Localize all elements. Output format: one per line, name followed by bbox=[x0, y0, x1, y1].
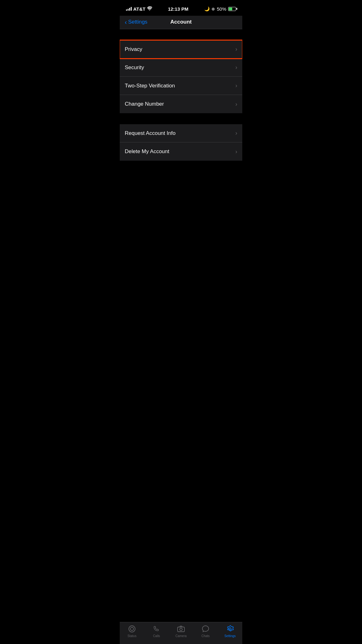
chevron-right-icon: › bbox=[235, 82, 237, 89]
menu-item-privacy-label: Privacy bbox=[125, 46, 142, 53]
battery-icon bbox=[228, 7, 236, 11]
moon-icon: 🌙 bbox=[204, 6, 210, 11]
menu-item-change-number[interactable]: Change Number › bbox=[120, 95, 242, 113]
time-label: 12:13 PM bbox=[168, 6, 188, 12]
page-title: Account bbox=[170, 19, 192, 25]
lock-rotate-icon: ⊕ bbox=[211, 7, 215, 11]
chevron-right-icon: › bbox=[235, 64, 237, 71]
menu-item-delete-account[interactable]: Delete My Account › bbox=[120, 142, 242, 161]
menu-item-security[interactable]: Security › bbox=[120, 58, 242, 77]
menu-item-two-step-label: Two-Step Verification bbox=[125, 83, 175, 89]
menu-item-privacy[interactable]: Privacy › bbox=[120, 40, 242, 58]
section-spacer-1 bbox=[120, 29, 242, 40]
status-left: AT&T bbox=[126, 6, 152, 12]
signal-bars bbox=[126, 7, 132, 11]
signal-bar-1 bbox=[126, 9, 127, 11]
status-right: 🌙 ⊕ 50% bbox=[204, 6, 236, 12]
back-button[interactable]: ‹ Settings bbox=[125, 19, 147, 26]
menu-item-change-number-label: Change Number bbox=[125, 101, 164, 107]
wifi-icon bbox=[147, 6, 152, 11]
menu-item-delete-account-label: Delete My Account bbox=[125, 148, 169, 155]
chevron-right-icon: › bbox=[235, 148, 237, 155]
back-label: Settings bbox=[128, 19, 147, 25]
signal-bar-3 bbox=[129, 8, 130, 11]
chevron-right-icon: › bbox=[235, 46, 237, 53]
back-chevron-icon: ‹ bbox=[125, 19, 127, 26]
menu-section-1: Privacy › Security › Two-Step Verificati… bbox=[120, 40, 242, 113]
nav-bar: ‹ Settings Account bbox=[120, 16, 242, 29]
battery-percent-label: 50% bbox=[217, 6, 226, 12]
menu-item-request-account-info-label: Request Account Info bbox=[125, 130, 176, 136]
menu-item-request-account-info[interactable]: Request Account Info › bbox=[120, 124, 242, 142]
carrier-label: AT&T bbox=[133, 6, 145, 12]
status-bar: AT&T 12:13 PM 🌙 ⊕ 50% bbox=[120, 0, 242, 16]
signal-bar-4 bbox=[131, 7, 132, 11]
menu-section-2: Request Account Info › Delete My Account… bbox=[120, 124, 242, 161]
chevron-right-icon: › bbox=[235, 130, 237, 136]
menu-item-two-step[interactable]: Two-Step Verification › bbox=[120, 77, 242, 95]
menu-item-security-label: Security bbox=[125, 64, 144, 71]
section-spacer-2 bbox=[120, 113, 242, 124]
chevron-right-icon: › bbox=[235, 101, 237, 108]
signal-bar-2 bbox=[128, 9, 129, 11]
